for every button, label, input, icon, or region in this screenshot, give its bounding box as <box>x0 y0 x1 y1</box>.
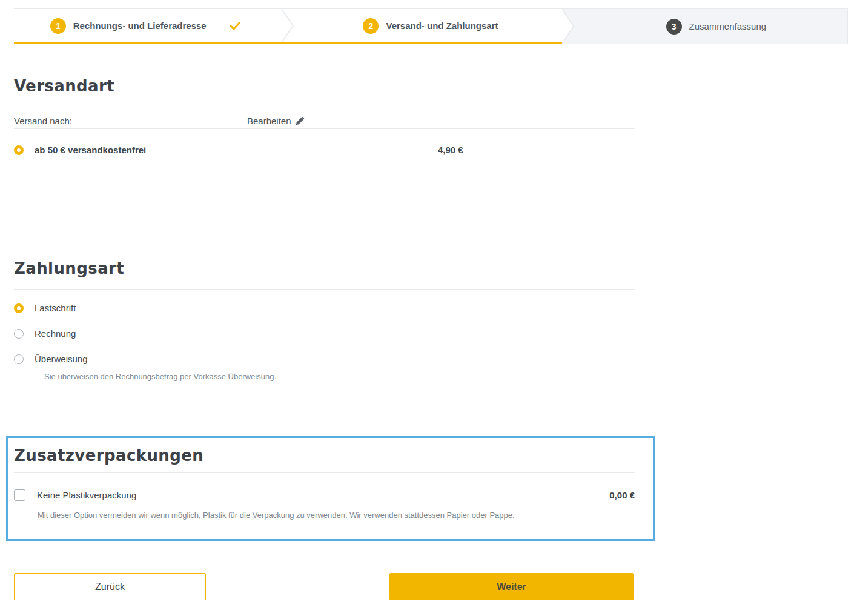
no-plastic-checkbox[interactable] <box>14 489 25 501</box>
divider <box>14 128 635 129</box>
packaging-option-description: Mit dieser Option vermeiden wir wenn mög… <box>38 511 515 520</box>
step-3-label: Zusammenfassung <box>689 21 767 31</box>
payment-option-label: Überweisung <box>35 354 88 364</box>
next-button[interactable]: Weiter <box>389 573 634 600</box>
shipping-section: Versandart Versand nach: Bearbeiten ab 5… <box>14 77 635 186</box>
payment-option-label: Rechnung <box>35 328 76 339</box>
step-shipping-payment[interactable]: 2 Versand- und Zahlungsart <box>299 9 561 44</box>
payment-option-label: Lastschrift <box>35 303 76 313</box>
packaging-option-label: Keine Plastikverpackung <box>37 490 136 500</box>
shipping-option-price: 4,90 € <box>438 145 463 155</box>
shipping-option-radio[interactable] <box>14 145 24 155</box>
stepper-chevron-separator <box>562 9 585 44</box>
shipping-option-row: ab 50 € versandkostenfrei 4,90 € <box>14 145 635 155</box>
payment-option-description: Sie überweisen den Rechnungsbetrag per V… <box>44 372 276 381</box>
payment-section-title: Zahlungsart <box>14 259 635 277</box>
packaging-option-price: 0,00 € <box>609 490 635 500</box>
payment-section: Zahlungsart Lastschrift Rechnung Überwei… <box>14 259 635 386</box>
ship-to-label: Versand nach: <box>14 116 72 126</box>
payment-radio-ueberweisung[interactable] <box>14 354 24 364</box>
step-2-label: Versand- und Zahlungsart <box>386 21 498 31</box>
packaging-highlight-box: Zusatzverpackungen Keine Plastikverpacku… <box>6 436 655 541</box>
step-1-label: Rechnungs- und Lieferadresse <box>73 21 207 31</box>
shipping-option-label: ab 50 € versandkostenfrei <box>35 145 146 155</box>
payment-option-row: Überweisung <box>14 354 635 364</box>
payment-radio-lastschrift[interactable] <box>14 303 24 313</box>
divider <box>14 289 635 290</box>
payment-option-row: Lastschrift <box>14 303 635 313</box>
stepper-chevron-separator <box>276 9 299 44</box>
checkout-page: 1 Rechnungs- und Lieferadresse 2 Versand… <box>0 0 857 616</box>
edit-address-link[interactable]: Bearbeiten <box>247 116 305 126</box>
edit-address-label: Bearbeiten <box>247 116 291 126</box>
step-1-badge: 1 <box>50 18 66 34</box>
chevron-right-icon <box>562 9 585 44</box>
ship-to-row: Versand nach: Bearbeiten <box>14 116 635 129</box>
chevron-right-icon <box>276 9 299 42</box>
check-icon <box>230 21 240 31</box>
payment-option-row: Rechnung <box>14 328 635 339</box>
step-3-badge: 3 <box>666 19 682 35</box>
packaging-option-row: Keine Plastikverpackung 0,00 € <box>14 489 635 501</box>
back-button[interactable]: Zurück <box>14 573 206 600</box>
payment-radio-rechnung[interactable] <box>14 329 24 339</box>
step-billing-address[interactable]: 1 Rechnungs- und Lieferadresse <box>14 9 276 44</box>
packaging-section-title: Zusatzverpackungen <box>14 446 635 465</box>
divider <box>14 472 635 473</box>
pencil-icon <box>296 116 305 125</box>
checkout-stepper: 1 Rechnungs- und Lieferadresse 2 Versand… <box>14 8 848 44</box>
step-2-badge: 2 <box>363 18 379 34</box>
step-summary[interactable]: 3 Zusammenfassung <box>585 9 848 44</box>
shipping-section-title: Versandart <box>14 77 635 95</box>
